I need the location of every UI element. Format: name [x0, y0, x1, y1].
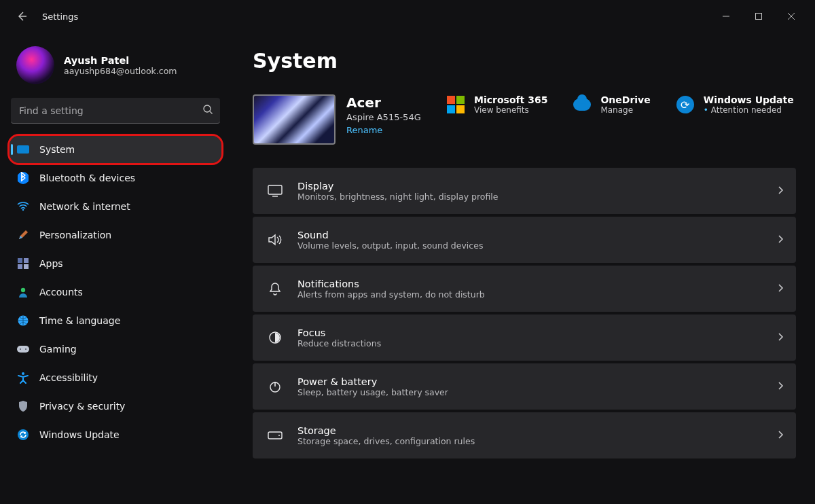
sidebar-item-label: Accounts — [39, 287, 83, 298]
paintbrush-icon — [16, 228, 30, 242]
display-icon — [268, 185, 283, 197]
svg-point-13 — [22, 372, 24, 375]
card-display[interactable]: Display Monitors, brightness, night ligh… — [253, 168, 796, 214]
speaker-icon — [268, 233, 283, 247]
sidebar-item-label: Windows Update — [39, 429, 120, 440]
card-storage[interactable]: Storage Storage space, drives, configura… — [253, 412, 796, 458]
strip-title: Windows Update — [704, 94, 794, 105]
profile-block[interactable]: Ayush Patel aayushp684@outlook.com — [10, 37, 221, 96]
storage-icon — [268, 431, 283, 439]
card-notifications[interactable]: Notifications Alerts from apps and syste… — [253, 266, 796, 312]
accessibility-icon — [16, 371, 30, 384]
sidebar-item-system[interactable]: System — [10, 136, 221, 163]
sidebar-item-network[interactable]: Network & internet — [10, 193, 221, 220]
sidebar-item-windows-update[interactable]: Windows Update — [10, 421, 221, 448]
minimize-button[interactable] — [710, 5, 742, 27]
svg-rect-4 — [18, 258, 22, 263]
avatar — [16, 46, 54, 84]
svg-point-14 — [18, 429, 29, 440]
rename-link[interactable]: Rename — [346, 125, 421, 135]
profile-name: Ayush Patel — [64, 55, 177, 66]
device-name: Acer — [346, 94, 421, 111]
power-icon — [268, 380, 283, 393]
chevron-right-icon — [777, 283, 784, 295]
focus-icon — [268, 331, 283, 344]
svg-point-1 — [204, 105, 211, 112]
shield-icon — [16, 399, 30, 413]
sidebar-item-label: Network & internet — [39, 201, 130, 212]
sidebar-item-bluetooth[interactable]: Bluetooth & devices — [10, 164, 221, 192]
card-sub: Volume levels, output, input, sound devi… — [297, 240, 762, 251]
profile-email: aayushp684@outlook.com — [64, 66, 177, 76]
card-sub: Storage space, drives, configuration rul… — [297, 436, 762, 446]
svg-rect-10 — [17, 346, 29, 353]
microsoft-logo-icon — [446, 94, 466, 115]
strip-onedrive[interactable]: OneDrive Manage — [572, 94, 650, 115]
sync-icon: ⟳ — [675, 94, 695, 115]
sidebar: Ayush Patel aayushp684@outlook.com Syste… — [0, 33, 231, 504]
chevron-right-icon — [777, 380, 784, 393]
settings-window: Settings Ayush Patel aayushp684@outlook.… — [0, 0, 815, 504]
sidebar-item-time-language[interactable]: Time & language — [10, 307, 221, 334]
svg-rect-6 — [18, 264, 22, 269]
maximize-button[interactable] — [743, 5, 774, 27]
clock-globe-icon — [16, 314, 30, 327]
device-thumbnail[interactable] — [253, 94, 336, 145]
svg-rect-5 — [24, 258, 29, 263]
strip-title: OneDrive — [600, 94, 650, 105]
apps-icon — [16, 257, 30, 270]
svg-rect-0 — [756, 14, 762, 20]
update-icon — [16, 428, 30, 442]
search-input[interactable] — [11, 98, 220, 124]
chevron-right-icon — [777, 234, 784, 247]
close-button[interactable] — [776, 5, 807, 27]
card-title: Notifications — [297, 278, 762, 289]
sidebar-item-label: Gaming — [39, 344, 77, 355]
sidebar-item-label: Time & language — [39, 315, 120, 326]
bluetooth-icon — [16, 171, 30, 185]
svg-rect-7 — [24, 264, 29, 269]
sidebar-item-personalization[interactable]: Personalization — [10, 221, 221, 249]
chevron-right-icon — [777, 331, 784, 344]
sidebar-item-label: System — [39, 144, 75, 155]
person-icon — [16, 285, 30, 299]
card-title: Storage — [297, 425, 762, 436]
card-focus[interactable]: Focus Reduce distractions — [253, 314, 796, 361]
card-power[interactable]: Power & battery Sleep, battery usage, ba… — [253, 363, 796, 410]
strip-windows-update[interactable]: ⟳ Windows Update Attention needed — [675, 94, 794, 115]
sidebar-item-label: Privacy & security — [39, 401, 125, 412]
card-sub: Monitors, brightness, night light, displ… — [297, 192, 762, 202]
strip-sub: Manage — [600, 105, 650, 115]
card-title: Sound — [297, 230, 762, 240]
sidebar-item-accounts[interactable]: Accounts — [10, 278, 221, 306]
sidebar-item-accessibility[interactable]: Accessibility — [10, 364, 221, 391]
strip-microsoft365[interactable]: Microsoft 365 View benefits — [446, 94, 547, 115]
device-info-strip: Acer Aspire A515-54G Rename Microsoft 36… — [253, 94, 796, 145]
arrow-left-icon — [16, 11, 27, 22]
wifi-icon — [16, 200, 30, 213]
device-model: Aspire A515-54G — [346, 112, 421, 122]
svg-point-12 — [25, 348, 26, 350]
sidebar-item-label: Apps — [39, 258, 63, 269]
back-button[interactable] — [14, 8, 30, 24]
card-sound[interactable]: Sound Volume levels, output, input, soun… — [253, 217, 796, 263]
sidebar-item-gaming[interactable]: Gaming — [10, 336, 221, 363]
page-title: System — [253, 49, 796, 73]
svg-point-11 — [20, 348, 21, 350]
strip-sub: Attention needed — [704, 105, 794, 115]
svg-point-8 — [21, 288, 25, 292]
sidebar-item-label: Bluetooth & devices — [39, 173, 135, 183]
window-title: Settings — [42, 12, 78, 22]
card-title: Power & battery — [297, 376, 762, 387]
sidebar-item-apps[interactable]: Apps — [10, 250, 221, 277]
cloud-icon — [572, 94, 592, 115]
settings-cards: Display Monitors, brightness, night ligh… — [253, 168, 796, 458]
svg-point-19 — [278, 435, 280, 436]
sidebar-item-privacy[interactable]: Privacy & security — [10, 393, 221, 420]
sidebar-nav: System Bluetooth & devices Network & int… — [10, 136, 221, 448]
strip-title: Microsoft 365 — [474, 94, 547, 105]
card-title: Focus — [297, 327, 762, 338]
svg-point-3 — [22, 209, 24, 211]
card-sub: Sleep, battery usage, battery saver — [297, 387, 762, 397]
close-icon — [787, 12, 795, 20]
